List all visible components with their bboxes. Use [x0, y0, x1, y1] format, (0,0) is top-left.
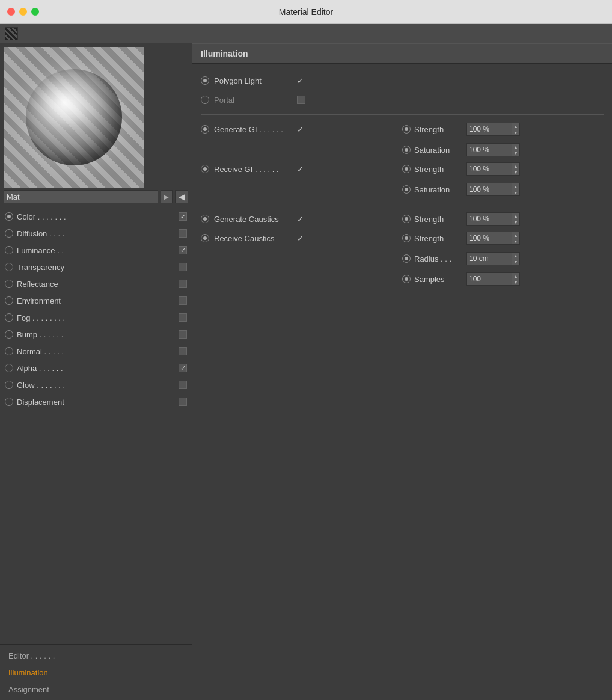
- channel-radio-fog[interactable]: [5, 313, 13, 322]
- channel-check-luminance[interactable]: [179, 246, 187, 254]
- receive-caustics-check[interactable]: ✓: [297, 234, 304, 243]
- toolbar-grid-icon[interactable]: [5, 27, 18, 40]
- spin-down-icon[interactable]: ▼: [512, 169, 519, 175]
- channel-check-displacement[interactable]: [179, 398, 187, 406]
- spin-up-icon[interactable]: ▲: [512, 273, 519, 279]
- receive-gi-saturation-input[interactable]: 100 %: [466, 183, 512, 196]
- receive-gi-saturation-spin[interactable]: ▲ ▼: [512, 183, 520, 196]
- spin-up-icon[interactable]: ▲: [512, 144, 519, 150]
- channel-check-normal[interactable]: [179, 347, 187, 355]
- channel-check-fog[interactable]: [179, 313, 187, 322]
- spin-down-icon[interactable]: ▼: [512, 219, 519, 225]
- receive-caustics-radius-spin[interactable]: ▲ ▼: [512, 252, 520, 265]
- channel-radio-normal[interactable]: [5, 347, 13, 355]
- spin-up-icon[interactable]: ▲: [512, 232, 519, 238]
- generate-gi-strength-spin[interactable]: ▲ ▼: [512, 123, 520, 136]
- spin-down-icon[interactable]: ▼: [512, 150, 519, 156]
- sidebar-item-assignment[interactable]: Assignment: [0, 681, 192, 698]
- channel-check-alpha[interactable]: [179, 364, 187, 372]
- portal-radio[interactable]: [201, 96, 209, 104]
- channel-item-bump[interactable]: Bump . . . . . .: [0, 326, 192, 343]
- generate-gi-saturation-radio[interactable]: [402, 146, 411, 154]
- channel-check-environment[interactable]: [179, 296, 187, 305]
- generate-gi-strength-input[interactable]: 100 %: [466, 123, 512, 136]
- channel-item-alpha[interactable]: Alpha . . . . . .: [0, 360, 192, 376]
- channel-radio-color[interactable]: [5, 212, 13, 221]
- portal-check[interactable]: [297, 96, 305, 104]
- channel-radio-reflectance[interactable]: [5, 280, 13, 288]
- receive-gi-strength-input[interactable]: 100 %: [466, 162, 512, 176]
- spin-down-icon[interactable]: ▼: [512, 279, 519, 285]
- channel-item-glow[interactable]: Glow . . . . . . .: [0, 376, 192, 393]
- receive-gi-saturation-radio[interactable]: [402, 185, 411, 194]
- receive-gi-strength-spin[interactable]: ▲ ▼: [512, 162, 520, 176]
- channel-check-transparency[interactable]: [179, 263, 187, 271]
- channel-item-color[interactable]: Color . . . . . . .: [0, 208, 192, 225]
- channel-item-diffusion[interactable]: Diffusion . . . .: [0, 225, 192, 242]
- receive-caustics-radius-radio[interactable]: [402, 254, 411, 263]
- receive-caustics-radio[interactable]: [201, 234, 209, 242]
- channel-radio-displacement[interactable]: [5, 398, 13, 406]
- channel-item-environment[interactable]: Environment: [0, 292, 192, 309]
- maximize-button[interactable]: [31, 8, 39, 16]
- spin-up-icon[interactable]: ▲: [512, 213, 519, 219]
- channel-item-luminance[interactable]: Luminance . .: [0, 242, 192, 259]
- cursor-tool-button[interactable]: ◀: [175, 190, 188, 203]
- channel-radio-environment[interactable]: [5, 296, 13, 305]
- generate-caustics-radio[interactable]: [201, 215, 209, 223]
- channel-check-reflectance[interactable]: [179, 280, 187, 288]
- spin-up-icon[interactable]: ▲: [512, 253, 519, 259]
- channel-radio-luminance[interactable]: [5, 246, 13, 254]
- channel-item-reflectance[interactable]: Reflectance: [0, 275, 192, 292]
- channel-radio-bump[interactable]: [5, 330, 13, 339]
- spin-up-icon[interactable]: ▲: [512, 163, 519, 169]
- generate-gi-check[interactable]: ✓: [297, 125, 304, 134]
- polygon-light-check[interactable]: ✓: [297, 76, 304, 85]
- nav-prev-button[interactable]: ▶: [161, 190, 173, 203]
- channel-radio-diffusion[interactable]: [5, 229, 13, 238]
- close-button[interactable]: [7, 8, 15, 16]
- generate-caustics-strength-radio[interactable]: [402, 215, 411, 223]
- minimize-button[interactable]: [19, 8, 27, 16]
- channel-item-fog[interactable]: Fog . . . . . . . .: [0, 309, 192, 326]
- generate-caustics-check[interactable]: ✓: [297, 215, 304, 224]
- generate-gi-saturation-spin[interactable]: ▲ ▼: [512, 143, 520, 156]
- receive-gi-strength-radio[interactable]: [402, 165, 411, 173]
- receive-caustics-samples-radio[interactable]: [402, 275, 411, 283]
- channel-check-bump[interactable]: [179, 330, 187, 339]
- polygon-light-radio[interactable]: [201, 76, 209, 85]
- channel-item-displacement[interactable]: Displacement: [0, 393, 192, 410]
- generate-caustics-strength-input[interactable]: 100 %: [466, 212, 512, 226]
- channel-check-glow[interactable]: [179, 381, 187, 389]
- sidebar-item-editor[interactable]: Editor . . . . . .: [0, 647, 192, 664]
- spin-up-icon[interactable]: ▲: [512, 183, 519, 189]
- receive-gi-radio[interactable]: [201, 165, 209, 173]
- generate-gi-strength-radio[interactable]: [402, 125, 411, 134]
- channel-radio-transparency[interactable]: [5, 263, 13, 271]
- spin-down-icon[interactable]: ▼: [512, 259, 519, 265]
- sidebar-item-illumination[interactable]: Illumination: [0, 664, 192, 681]
- material-name-input[interactable]: [4, 190, 158, 203]
- receive-caustics-strength-spin[interactable]: ▲ ▼: [512, 232, 520, 245]
- channel-check-color[interactable]: [179, 212, 187, 221]
- receive-gi-check[interactable]: ✓: [297, 165, 304, 174]
- spin-up-icon[interactable]: ▲: [512, 123, 519, 129]
- spin-down-icon[interactable]: ▼: [512, 129, 519, 135]
- receive-caustics-samples-input[interactable]: 100: [466, 272, 512, 286]
- channel-item-normal[interactable]: Normal . . . . .: [0, 343, 192, 360]
- spin-down-icon[interactable]: ▼: [512, 238, 519, 244]
- window-controls[interactable]: [7, 8, 39, 16]
- receive-caustics-samples-spin[interactable]: ▲ ▼: [512, 272, 520, 286]
- channel-radio-alpha[interactable]: [5, 364, 13, 372]
- receive-caustics-strength-input[interactable]: 100 %: [466, 232, 512, 245]
- receive-caustics-section: Receive Caustics ✓ Strength 100 % ▲ ▼: [201, 229, 604, 289]
- spin-down-icon[interactable]: ▼: [512, 189, 519, 195]
- channel-check-diffusion[interactable]: [179, 229, 187, 238]
- channel-item-transparency[interactable]: Transparency: [0, 259, 192, 275]
- receive-caustics-radius-input[interactable]: 10 cm: [466, 252, 512, 265]
- generate-caustics-strength-spin[interactable]: ▲ ▼: [512, 212, 520, 226]
- receive-caustics-strength-radio[interactable]: [402, 234, 411, 242]
- generate-gi-saturation-input[interactable]: 100 %: [466, 143, 512, 156]
- channel-radio-glow[interactable]: [5, 381, 13, 389]
- generate-gi-radio[interactable]: [201, 125, 209, 134]
